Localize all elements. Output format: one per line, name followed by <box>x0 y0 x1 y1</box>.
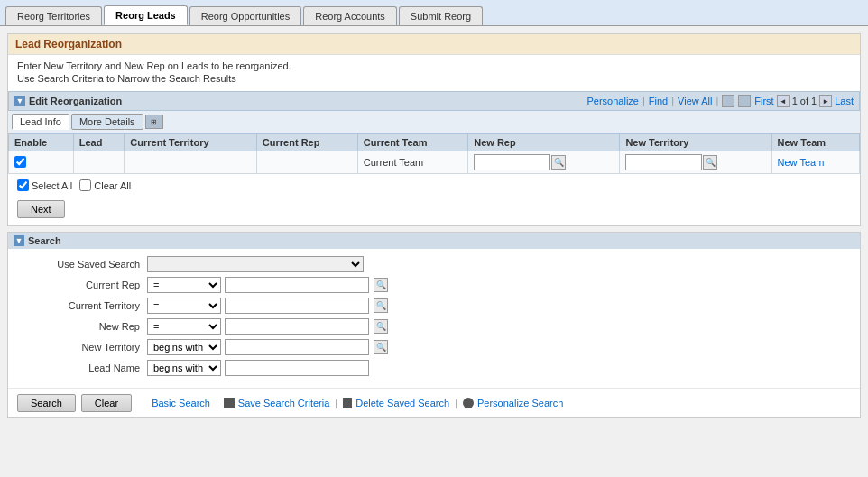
new-rep-input[interactable] <box>474 154 550 170</box>
basic-search-label: Basic Search <box>152 398 210 408</box>
lead-reorg-header: Lead Reorganization <box>8 34 860 55</box>
new-territory-form-operator[interactable]: begins with=contains <box>147 339 221 355</box>
first-label[interactable]: First <box>754 96 773 106</box>
top-tabs: Reorg Territories Reorg Leads Reorg Oppo… <box>0 0 868 26</box>
search-collapse-icon[interactable]: ▼ <box>14 235 24 246</box>
new-rep-form-field[interactable] <box>225 318 369 335</box>
cell-new-rep: 🔍 <box>468 151 620 174</box>
current-rep-row: Current Rep =begins withcontains 🔍 <box>23 277 845 293</box>
cell-enable <box>9 151 74 174</box>
current-territory-row: Current Territory =begins withcontains 🔍 <box>23 298 845 314</box>
new-rep-form-group: =begins withcontains 🔍 <box>147 318 388 335</box>
current-rep-label: Current Rep <box>23 280 140 290</box>
personalize-search-link[interactable]: Personalize Search <box>463 398 563 408</box>
tab-reorg-leads[interactable]: Reorg Leads <box>104 5 188 25</box>
new-territory-form-group: begins with=contains 🔍 <box>147 339 388 355</box>
tab-reorg-territories[interactable]: Reorg Territories <box>5 6 102 25</box>
saved-search-select[interactable] <box>147 256 364 272</box>
new-rep-row: New Rep =begins withcontains 🔍 <box>23 318 845 335</box>
clear-button[interactable]: Clear <box>81 394 132 412</box>
chart-icon[interactable] <box>738 95 751 107</box>
enable-checkbox[interactable] <box>14 156 26 168</box>
delete-saved-link[interactable]: Delete Saved Search <box>343 398 449 408</box>
save-criteria-label: Save Search Criteria <box>238 398 330 408</box>
col-current-team: Current Team <box>357 134 467 151</box>
col-new-territory: New Territory <box>620 134 771 151</box>
search-section: ▼ Search Use Saved Search Current Rep =b… <box>7 232 861 418</box>
col-enable: Enable <box>9 134 74 151</box>
cell-current-rep <box>256 151 357 174</box>
current-rep-field[interactable] <box>225 277 369 293</box>
main-content: Lead Reorganization Enter New Territory … <box>0 26 868 426</box>
next-page-btn[interactable]: ► <box>819 95 832 107</box>
new-territory-form-lookup-icon[interactable]: 🔍 <box>374 340 388 354</box>
find-link[interactable]: Find <box>649 96 668 106</box>
clear-all-checkbox[interactable] <box>79 179 91 191</box>
col-lead: Lead <box>73 134 125 151</box>
tab-lead-info[interactable]: Lead Info <box>12 114 69 130</box>
lead-name-field[interactable] <box>225 360 369 376</box>
page-info: 1 of 1 <box>792 96 817 106</box>
personalize-link[interactable]: Personalize <box>586 96 638 106</box>
new-territory-input-group: 🔍 <box>625 154 765 170</box>
current-territory-field[interactable] <box>225 298 369 314</box>
tab-more-details[interactable]: More Details <box>71 114 143 130</box>
new-territory-form-field[interactable] <box>225 339 369 355</box>
lead-name-input-group: begins with=contains <box>147 360 369 376</box>
tab-submit-reorg[interactable]: Submit Reorg <box>399 6 483 25</box>
next-button[interactable]: Next <box>17 200 65 218</box>
edit-reorg-header: ▼ Edit Reorganization Personalize | Find… <box>8 91 860 111</box>
tab-icon[interactable]: ⊞ <box>145 115 163 129</box>
edit-reorg-title: ▼ Edit Reorganization <box>14 96 122 106</box>
new-team-link[interactable]: New Team <box>778 157 825 168</box>
view-all-link[interactable]: View All <box>678 96 712 106</box>
saved-search-input <box>147 256 364 272</box>
current-territory-input-group: =begins withcontains 🔍 <box>147 298 388 314</box>
current-rep-input-group: =begins withcontains 🔍 <box>147 277 388 293</box>
new-territory-search-icon[interactable]: 🔍 <box>703 155 717 170</box>
current-rep-operator[interactable]: =begins withcontains <box>147 277 221 293</box>
lead-name-operator[interactable]: begins with=contains <box>147 360 221 376</box>
col-new-team: New Team <box>771 134 859 151</box>
select-all-text: Select All <box>32 180 72 191</box>
lead-reorg-desc: Enter New Territory and New Rep on Leads… <box>8 55 860 91</box>
cell-current-team: Current Team <box>357 151 467 174</box>
col-current-rep: Current Rep <box>256 134 357 151</box>
cell-lead <box>73 151 125 174</box>
bulk-actions: Select All Clear All <box>8 174 860 197</box>
new-rep-input-group: 🔍 <box>474 154 614 170</box>
current-territory-operator[interactable]: =begins withcontains <box>147 298 221 314</box>
new-rep-search-icon[interactable]: 🔍 <box>551 155 566 170</box>
prev-page-btn[interactable]: ◄ <box>777 95 790 107</box>
tab-reorg-accounts[interactable]: Reorg Accounts <box>303 6 397 25</box>
last-label[interactable]: Last <box>835 96 854 106</box>
search-button[interactable]: Search <box>17 394 76 412</box>
current-territory-label: Current Territory <box>23 300 140 311</box>
pagination: First ◄ 1 of 1 ► Last <box>754 95 854 107</box>
saved-search-label: Use Saved Search <box>23 259 140 270</box>
new-territory-label: New Territory <box>23 342 140 353</box>
clear-all-label[interactable]: Clear All <box>79 179 131 191</box>
select-all-checkbox[interactable] <box>17 179 29 191</box>
tab-reorg-opportunities[interactable]: Reorg Opportunities <box>189 6 301 25</box>
sub-tabs: Lead Info More Details ⊞ <box>8 111 860 133</box>
cell-current-territory <box>125 151 257 174</box>
collapse-icon[interactable]: ▼ <box>14 96 25 106</box>
edit-reorg-nav: Personalize | Find | View All | First ◄ … <box>586 95 854 107</box>
lead-name-label: Lead Name <box>23 362 140 373</box>
next-area: Next <box>8 197 860 225</box>
select-all-label[interactable]: Select All <box>17 179 72 191</box>
basic-search-link[interactable]: Basic Search <box>152 398 210 408</box>
search-section-header: ▼ Search <box>8 233 860 249</box>
current-territory-lookup-icon[interactable]: 🔍 <box>374 298 388 313</box>
grid-icon[interactable] <box>722 95 734 107</box>
col-new-rep: New Rep <box>468 134 620 151</box>
current-rep-lookup-icon[interactable]: 🔍 <box>374 278 388 292</box>
table-row: Current Team 🔍 🔍 New <box>9 151 860 174</box>
save-criteria-link[interactable]: Save Search Criteria <box>224 398 330 408</box>
search-form: Use Saved Search Current Rep =begins wit… <box>8 249 860 388</box>
new-rep-form-lookup-icon[interactable]: 🔍 <box>374 319 388 334</box>
new-rep-form-operator[interactable]: =begins withcontains <box>147 318 221 335</box>
new-territory-input[interactable] <box>625 154 702 170</box>
personalize-search-label: Personalize Search <box>477 398 563 408</box>
